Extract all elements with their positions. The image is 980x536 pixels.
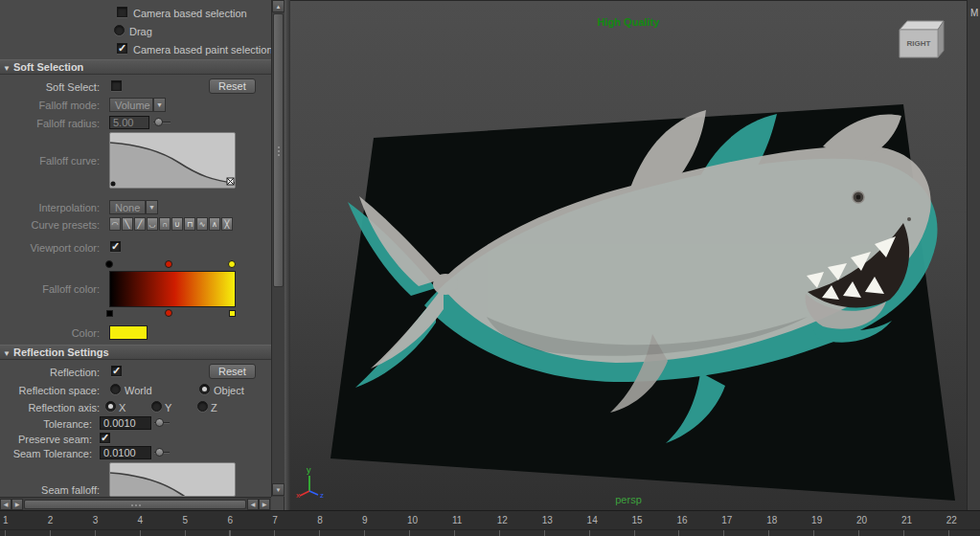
timeline-frame-15[interactable]: 15: [632, 515, 643, 525]
ramp-stop-yellow-bottom[interactable]: [229, 310, 236, 317]
preserve-seam-checkbox[interactable]: [100, 433, 110, 443]
camera-based-selection-checkbox[interactable]: [117, 7, 127, 17]
timeline-frame-22[interactable]: 22: [946, 515, 957, 525]
ramp-stop-red-bottom[interactable]: [165, 309, 172, 317]
falloff-radius-field[interactable]: [109, 116, 149, 129]
timeline-frame-10[interactable]: 10: [407, 515, 418, 525]
scroll-up-arrow-icon[interactable]: ▲: [272, 0, 285, 12]
soft-select-checkbox[interactable]: [111, 80, 122, 91]
time-slider[interactable]: 12345678910111213141516171819202122: [0, 510, 980, 536]
timeline-frame-13[interactable]: 13: [542, 515, 553, 525]
color-swatch[interactable]: [109, 325, 148, 340]
scroll-right-arrow-icon[interactable]: ▶: [11, 499, 23, 510]
curve-preset-smooth[interactable]: ◠: [109, 217, 121, 231]
reflection-checkbox[interactable]: [111, 366, 122, 376]
timeline-ticks: [0, 529, 980, 536]
soft-selection-header-label: Soft Selection: [13, 61, 83, 73]
ramp-stop-red-top[interactable]: [165, 260, 172, 268]
drag-label: Drag: [129, 25, 152, 38]
falloff-curve-editor[interactable]: [109, 132, 236, 189]
curve-preset-linear-down[interactable]: ╲: [122, 217, 133, 231]
panel-horizontal-scrollbar[interactable]: ◀ ▶ ◀ ▶: [0, 497, 271, 510]
curve-key-end-selected[interactable]: [227, 178, 234, 185]
falloff-color-label: Falloff color:: [0, 282, 103, 296]
soft-selection-reset-button[interactable]: Reset: [209, 78, 256, 94]
reflection-space-label: Reflection space:: [0, 384, 103, 397]
vertical-scrollbar-thumb[interactable]: [273, 13, 284, 287]
timeline-frame-6[interactable]: 6: [227, 515, 233, 525]
curve-key-start[interactable]: [111, 182, 116, 187]
timeline-frame-9[interactable]: 9: [362, 515, 368, 525]
scene-canvas: [290, 1, 967, 510]
reflection-space-object-radio[interactable]: [199, 384, 210, 394]
timeline-frame-16[interactable]: 16: [676, 515, 687, 525]
curve-preset-concave[interactable]: ◡: [147, 217, 158, 231]
timeline-frame-11[interactable]: 11: [452, 515, 462, 525]
timeline-frame-20[interactable]: 20: [856, 515, 867, 525]
falloff-mode-value: Volume: [115, 100, 150, 111]
ramp-stop-black-top[interactable]: [105, 260, 113, 268]
timeline-frame-7[interactable]: 7: [272, 515, 278, 525]
falloff-color-ramp[interactable]: [109, 271, 236, 307]
shark-nostril: [907, 217, 911, 221]
curve-preset-spike[interactable]: ∧: [209, 217, 220, 231]
ramp-stop-yellow-top[interactable]: [228, 260, 236, 268]
falloff-mode-dropdown[interactable]: Volume ▼: [109, 98, 153, 112]
view-cube-top-face[interactable]: [900, 21, 944, 30]
interpolation-dropdown[interactable]: None ▼: [109, 200, 146, 214]
seam-tolerance-slider-handle[interactable]: [155, 448, 164, 457]
scroll-left-arrow-icon[interactable]: ◀: [0, 499, 11, 510]
drag-radio[interactable]: [114, 25, 125, 35]
timeline-frame-18[interactable]: 18: [766, 515, 777, 525]
curve-preset-cross[interactable]: ╳: [221, 217, 233, 231]
view-cube[interactable]: RIGHT: [894, 14, 949, 64]
timeline-frame-1[interactable]: 1: [3, 515, 9, 525]
timeline-frame-17[interactable]: 17: [721, 515, 732, 525]
scroll-right-arrow-icon[interactable]: ▶: [259, 499, 270, 510]
collapse-triangle-icon: ▼: [0, 61, 13, 76]
seam-falloff-curve-editor[interactable]: [109, 462, 236, 497]
perspective-viewport[interactable]: High Quality RIGHT y x z persp: [290, 0, 967, 510]
curve-preset-plateau[interactable]: ⊓: [184, 217, 195, 231]
timeline-frame-12[interactable]: 12: [497, 515, 508, 525]
horizontal-scrollbar-thumb[interactable]: [24, 500, 246, 509]
scroll-down-arrow-icon[interactable]: ▼: [272, 483, 285, 496]
camera-based-paint-selection-checkbox[interactable]: [117, 43, 127, 54]
tolerance-field[interactable]: [100, 416, 151, 430]
reflection-axis-label: Reflection axis:: [0, 401, 103, 414]
falloff-radius-slider-handle[interactable]: [154, 118, 163, 126]
timeline-frame-8[interactable]: 8: [317, 515, 323, 525]
ramp-stop-black-bottom[interactable]: [106, 310, 113, 317]
timeline-ruler[interactable]: 12345678910111213141516171819202122: [0, 511, 980, 530]
falloff-curve-graph: [110, 133, 235, 188]
timeline-frame-5[interactable]: 5: [183, 515, 189, 525]
timeline-frame-4[interactable]: 4: [138, 515, 144, 525]
chevron-down-icon[interactable]: ▼: [153, 98, 166, 112]
reflection-axis-y-radio[interactable]: [151, 401, 162, 412]
timeline-frame-19[interactable]: 19: [811, 515, 822, 525]
camera-name-label[interactable]: persp: [290, 494, 967, 505]
reflection-settings-section-header[interactable]: ▼Reflection Settings: [0, 345, 271, 360]
reflection-axis-z-radio[interactable]: [197, 401, 208, 412]
panel-vertical-scrollbar[interactable]: ▲ ▼: [271, 0, 285, 497]
curve-preset-dome[interactable]: ∩: [159, 217, 171, 231]
timeline-frame-3[interactable]: 3: [93, 515, 99, 525]
curve-preset-valley[interactable]: ∪: [171, 217, 183, 231]
viewport-color-checkbox[interactable]: [110, 241, 121, 252]
reflection-axis-x-radio[interactable]: [105, 401, 116, 412]
chevron-down-icon[interactable]: ▼: [146, 200, 158, 214]
reflection-reset-button[interactable]: Reset: [209, 364, 256, 379]
seam-tolerance-field[interactable]: [100, 446, 151, 459]
viewport-color-label: Viewport color:: [0, 241, 103, 255]
scrollbar-grip: [278, 150, 280, 152]
timeline-frame-14[interactable]: 14: [587, 515, 598, 525]
soft-selection-section-header[interactable]: ▼Soft Selection: [0, 59, 271, 75]
scroll-left-arrow-icon[interactable]: ◀: [247, 499, 259, 510]
timeline-frame-2[interactable]: 2: [48, 515, 54, 525]
curve-preset-linear-up[interactable]: ╱: [134, 217, 146, 231]
timeline-frame-21[interactable]: 21: [901, 515, 912, 525]
tolerance-slider-handle[interactable]: [155, 418, 164, 427]
right-edge-panel-strip[interactable]: M: [967, 0, 980, 510]
curve-preset-sine[interactable]: ∿: [196, 217, 208, 231]
reflection-space-world-radio[interactable]: [110, 384, 121, 394]
